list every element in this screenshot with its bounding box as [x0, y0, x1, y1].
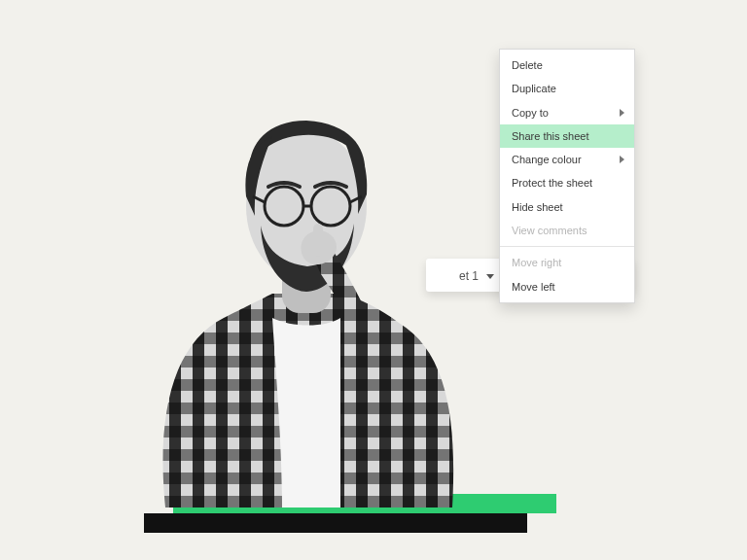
submenu-caret-icon [620, 156, 624, 163]
person-photo [146, 99, 467, 508]
svg-rect-11 [313, 224, 323, 257]
sheet-tab-1-label: et 1 [459, 269, 479, 283]
menu-item-label: Change colour [512, 153, 582, 166]
menu-item-move-right: Move right [500, 251, 634, 274]
sheet-context-menu: DeleteDuplicateCopy toShare this sheetCh… [499, 49, 635, 303]
menu-item-label: View comments [512, 224, 587, 237]
menu-item-change-colour[interactable]: Change colour [500, 148, 634, 171]
menu-item-label: Move right [512, 256, 561, 269]
menu-item-label: Move left [512, 280, 555, 294]
menu-item-move-left[interactable]: Move left [500, 275, 634, 298]
menu-item-label: Protect the sheet [512, 176, 592, 190]
menu-item-copy-to[interactable]: Copy to [500, 101, 634, 124]
menu-item-label: Hide sheet [512, 200, 563, 214]
menu-item-view-comments: View comments [500, 219, 634, 242]
menu-item-label: Share this sheet [512, 129, 589, 143]
menu-item-protect-the-sheet[interactable]: Protect the sheet [500, 171, 634, 194]
menu-item-label: Delete [512, 58, 543, 72]
dropdown-caret-icon [486, 274, 494, 279]
menu-separator [500, 246, 634, 247]
menu-item-duplicate[interactable]: Duplicate [500, 77, 634, 100]
menu-item-label: Copy to [512, 106, 549, 120]
menu-item-delete[interactable]: Delete [500, 53, 634, 77]
menu-item-share-this-sheet[interactable]: Share this sheet [500, 124, 634, 148]
sheet-tab-1[interactable]: et 1 [426, 259, 502, 292]
menu-item-label: Duplicate [512, 82, 556, 95]
accent-bar-black [144, 513, 527, 533]
submenu-caret-icon [620, 109, 624, 117]
menu-item-hide-sheet[interactable]: Hide sheet [500, 195, 634, 219]
